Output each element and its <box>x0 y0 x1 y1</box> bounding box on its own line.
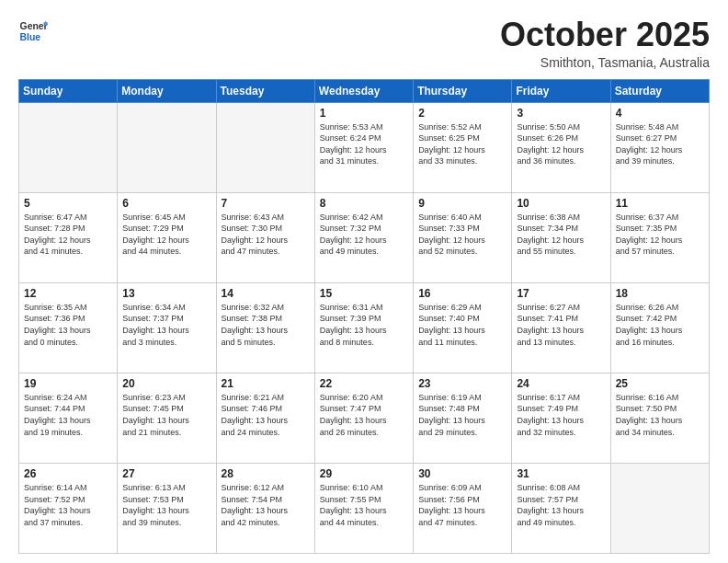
day-info: Sunrise: 6:47 AM Sunset: 7:28 PM Dayligh… <box>24 212 112 258</box>
day-info: Sunrise: 5:50 AM Sunset: 6:26 PM Dayligh… <box>517 121 605 167</box>
header: General Blue October 2025 Smithton, Tasm… <box>18 17 710 70</box>
day-number: 4 <box>616 107 704 120</box>
day-number: 10 <box>517 197 605 210</box>
day-number: 11 <box>616 197 704 210</box>
day-number: 31 <box>517 467 605 480</box>
day-number: 25 <box>616 377 704 390</box>
header-sunday: Sunday <box>19 79 118 102</box>
day-info: Sunrise: 6:38 AM Sunset: 7:34 PM Dayligh… <box>517 212 605 258</box>
day-number: 8 <box>320 197 408 210</box>
day-number: 28 <box>222 467 310 480</box>
day-number: 26 <box>24 467 112 480</box>
calendar-cell: 22Sunrise: 6:20 AM Sunset: 7:47 PM Dayli… <box>314 373 413 463</box>
day-info: Sunrise: 6:43 AM Sunset: 7:30 PM Dayligh… <box>222 212 310 258</box>
calendar-cell: 29Sunrise: 6:10 AM Sunset: 7:55 PM Dayli… <box>314 463 413 553</box>
day-info: Sunrise: 6:10 AM Sunset: 7:55 PM Dayligh… <box>320 482 408 528</box>
calendar-week-5: 26Sunrise: 6:14 AM Sunset: 7:52 PM Dayli… <box>19 463 710 553</box>
day-number: 5 <box>24 197 112 210</box>
title-block: October 2025 Smithton, Tasmania, Austral… <box>500 17 710 70</box>
day-info: Sunrise: 6:08 AM Sunset: 7:57 PM Dayligh… <box>517 482 605 528</box>
calendar-week-2: 5Sunrise: 6:47 AM Sunset: 7:28 PM Daylig… <box>19 192 710 282</box>
header-saturday: Saturday <box>610 79 709 102</box>
calendar-cell: 12Sunrise: 6:35 AM Sunset: 7:36 PM Dayli… <box>19 282 118 373</box>
calendar-cell: 21Sunrise: 6:21 AM Sunset: 7:46 PM Dayli… <box>216 373 314 463</box>
calendar-cell: 1Sunrise: 5:53 AM Sunset: 6:24 PM Daylig… <box>314 102 413 192</box>
day-number: 30 <box>418 467 506 480</box>
day-info: Sunrise: 6:34 AM Sunset: 7:37 PM Dayligh… <box>122 302 210 348</box>
calendar-cell: 28Sunrise: 6:12 AM Sunset: 7:54 PM Dayli… <box>216 463 314 553</box>
day-number: 20 <box>122 377 210 390</box>
day-number: 29 <box>320 467 408 480</box>
day-number: 16 <box>418 287 506 300</box>
day-info: Sunrise: 6:19 AM Sunset: 7:48 PM Dayligh… <box>418 392 506 438</box>
day-number: 17 <box>517 287 605 300</box>
day-number: 19 <box>24 377 112 390</box>
calendar-cell <box>118 102 216 192</box>
month-title: October 2025 <box>500 17 710 53</box>
calendar-table: Sunday Monday Tuesday Wednesday Thursday… <box>18 79 710 554</box>
svg-text:General: General <box>20 21 48 31</box>
day-number: 13 <box>122 287 210 300</box>
day-info: Sunrise: 6:27 AM Sunset: 7:41 PM Dayligh… <box>517 302 605 348</box>
calendar-cell: 10Sunrise: 6:38 AM Sunset: 7:34 PM Dayli… <box>512 192 610 282</box>
day-number: 3 <box>517 107 605 120</box>
day-info: Sunrise: 5:48 AM Sunset: 6:27 PM Dayligh… <box>616 121 704 167</box>
header-friday: Friday <box>512 79 610 102</box>
calendar-cell: 7Sunrise: 6:43 AM Sunset: 7:30 PM Daylig… <box>216 192 314 282</box>
calendar-week-1: 1Sunrise: 5:53 AM Sunset: 6:24 PM Daylig… <box>19 102 710 192</box>
day-info: Sunrise: 5:53 AM Sunset: 6:24 PM Dayligh… <box>320 121 408 167</box>
calendar-cell: 23Sunrise: 6:19 AM Sunset: 7:48 PM Dayli… <box>414 373 512 463</box>
day-number: 6 <box>122 197 210 210</box>
header-thursday: Thursday <box>414 79 512 102</box>
day-number: 7 <box>222 197 310 210</box>
calendar-cell <box>19 102 118 192</box>
calendar-cell: 11Sunrise: 6:37 AM Sunset: 7:35 PM Dayli… <box>610 192 709 282</box>
day-number: 24 <box>517 377 605 390</box>
day-info: Sunrise: 6:31 AM Sunset: 7:39 PM Dayligh… <box>320 302 408 348</box>
calendar-cell: 5Sunrise: 6:47 AM Sunset: 7:28 PM Daylig… <box>19 192 118 282</box>
day-number: 9 <box>418 197 506 210</box>
calendar-week-3: 12Sunrise: 6:35 AM Sunset: 7:36 PM Dayli… <box>19 282 710 373</box>
day-info: Sunrise: 6:24 AM Sunset: 7:44 PM Dayligh… <box>24 392 112 438</box>
day-number: 1 <box>320 107 408 120</box>
day-number: 18 <box>616 287 704 300</box>
day-number: 12 <box>24 287 112 300</box>
day-info: Sunrise: 6:45 AM Sunset: 7:29 PM Dayligh… <box>122 212 210 258</box>
day-info: Sunrise: 5:52 AM Sunset: 6:25 PM Dayligh… <box>418 121 506 167</box>
calendar-cell: 16Sunrise: 6:29 AM Sunset: 7:40 PM Dayli… <box>414 282 512 373</box>
calendar-cell: 19Sunrise: 6:24 AM Sunset: 7:44 PM Dayli… <box>19 373 118 463</box>
day-info: Sunrise: 6:35 AM Sunset: 7:36 PM Dayligh… <box>24 302 112 348</box>
logo-icon: General Blue <box>18 17 48 46</box>
day-number: 23 <box>418 377 506 390</box>
calendar-cell: 17Sunrise: 6:27 AM Sunset: 7:41 PM Dayli… <box>512 282 610 373</box>
day-info: Sunrise: 6:26 AM Sunset: 7:42 PM Dayligh… <box>616 302 704 348</box>
day-number: 22 <box>320 377 408 390</box>
calendar-cell: 24Sunrise: 6:17 AM Sunset: 7:49 PM Dayli… <box>512 373 610 463</box>
calendar-cell: 30Sunrise: 6:09 AM Sunset: 7:56 PM Dayli… <box>414 463 512 553</box>
header-wednesday: Wednesday <box>314 79 413 102</box>
calendar-week-4: 19Sunrise: 6:24 AM Sunset: 7:44 PM Dayli… <box>19 373 710 463</box>
calendar-header-row: Sunday Monday Tuesday Wednesday Thursday… <box>19 79 710 102</box>
calendar-cell <box>216 102 314 192</box>
header-monday: Monday <box>118 79 216 102</box>
calendar-cell: 13Sunrise: 6:34 AM Sunset: 7:37 PM Dayli… <box>118 282 216 373</box>
day-info: Sunrise: 6:23 AM Sunset: 7:45 PM Dayligh… <box>122 392 210 438</box>
calendar-cell: 25Sunrise: 6:16 AM Sunset: 7:50 PM Dayli… <box>610 373 709 463</box>
day-info: Sunrise: 6:14 AM Sunset: 7:52 PM Dayligh… <box>24 482 112 528</box>
calendar-cell: 15Sunrise: 6:31 AM Sunset: 7:39 PM Dayli… <box>314 282 413 373</box>
day-info: Sunrise: 6:37 AM Sunset: 7:35 PM Dayligh… <box>616 212 704 258</box>
calendar-cell: 20Sunrise: 6:23 AM Sunset: 7:45 PM Dayli… <box>118 373 216 463</box>
calendar-cell: 4Sunrise: 5:48 AM Sunset: 6:27 PM Daylig… <box>610 102 709 192</box>
day-info: Sunrise: 6:16 AM Sunset: 7:50 PM Dayligh… <box>616 392 704 438</box>
location: Smithton, Tasmania, Australia <box>500 55 710 70</box>
day-number: 21 <box>222 377 310 390</box>
svg-text:Blue: Blue <box>20 32 41 42</box>
calendar-cell <box>610 463 709 553</box>
calendar-cell: 9Sunrise: 6:40 AM Sunset: 7:33 PM Daylig… <box>414 192 512 282</box>
calendar-cell: 31Sunrise: 6:08 AM Sunset: 7:57 PM Dayli… <box>512 463 610 553</box>
page: General Blue October 2025 Smithton, Tasm… <box>0 0 728 563</box>
day-info: Sunrise: 6:20 AM Sunset: 7:47 PM Dayligh… <box>320 392 408 438</box>
day-info: Sunrise: 6:29 AM Sunset: 7:40 PM Dayligh… <box>418 302 506 348</box>
day-info: Sunrise: 6:21 AM Sunset: 7:46 PM Dayligh… <box>222 392 310 438</box>
logo: General Blue <box>18 17 48 46</box>
